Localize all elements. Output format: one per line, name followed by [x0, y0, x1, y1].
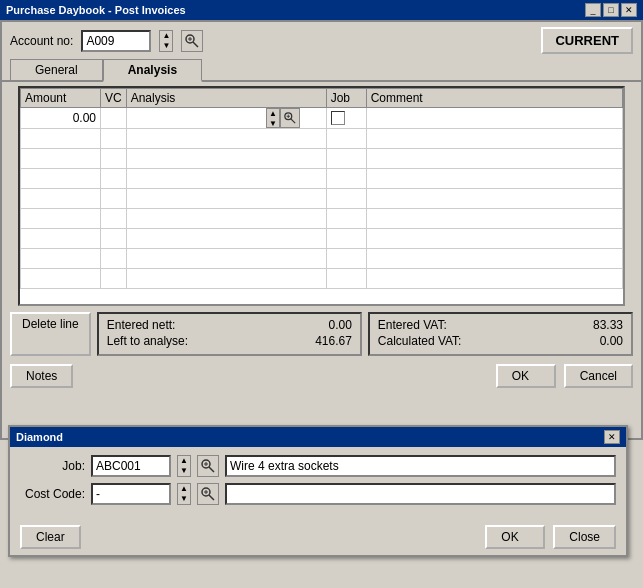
diamond-dialog-buttons: Clear OK Close: [10, 519, 626, 555]
table-row: [21, 169, 623, 189]
col-vc: VC: [101, 89, 127, 108]
analysis-field-input[interactable]: [127, 108, 266, 128]
left-to-analyse-value: 416.67: [292, 334, 352, 348]
diamond-dialog-body: Job: ▲ ▼ Cost Code: ▲ ▼: [10, 447, 626, 519]
diamond-dialog-close-icon[interactable]: ✕: [604, 430, 620, 444]
cancel-button[interactable]: Cancel: [564, 364, 633, 388]
col-comment: Comment: [366, 89, 622, 108]
stats-left: Entered nett: 0.00 Left to analyse: 416.…: [97, 312, 362, 356]
table-row: [21, 269, 623, 289]
delete-line-button[interactable]: Delete line: [10, 312, 91, 356]
entered-nett-label: Entered nett:: [107, 318, 176, 332]
table-row: [21, 149, 623, 169]
stats-section: Delete line Entered nett: 0.00 Left to a…: [2, 310, 641, 358]
entered-vat-row: Entered VAT: 83.33: [378, 318, 623, 332]
cell-amount: 0.00: [21, 108, 101, 129]
diamond-dialog-title: Diamond: [16, 431, 63, 443]
close-button[interactable]: ✕: [621, 3, 637, 17]
svg-line-5: [291, 119, 295, 123]
svg-line-13: [209, 495, 214, 500]
diamond-dialog: Diamond ✕ Job: ▲ ▼ Cost Code:: [8, 425, 628, 557]
search-icon: [201, 487, 215, 501]
tab-analysis[interactable]: Analysis: [103, 59, 202, 82]
search-icon: [284, 112, 296, 124]
account-search-button[interactable]: [181, 30, 203, 52]
account-input[interactable]: [81, 30, 151, 52]
main-window: Account no: ▲ ▼ CURRENT General Analysis: [0, 20, 643, 440]
cell-job[interactable]: [326, 108, 366, 129]
entered-nett-row: Entered nett: 0.00: [107, 318, 352, 332]
job-field-row: Job: ▲ ▼: [20, 455, 616, 477]
title-bar: Purchase Daybook - Post Invoices _ □ ✕: [0, 0, 643, 20]
left-to-analyse-row: Left to analyse: 416.67: [107, 334, 352, 348]
entered-vat-label: Entered VAT:: [378, 318, 447, 332]
table-row: [21, 129, 623, 149]
search-icon: [185, 34, 199, 48]
svg-line-9: [209, 467, 214, 472]
window-title: Purchase Daybook - Post Invoices: [6, 4, 186, 16]
maximize-button[interactable]: □: [603, 3, 619, 17]
header-row: Account no: ▲ ▼ CURRENT: [2, 22, 641, 59]
bottom-buttons: Notes OK Cancel: [2, 358, 641, 394]
cell-comment: [366, 108, 622, 129]
calculated-vat-label: Calculated VAT:: [378, 334, 462, 348]
current-button[interactable]: CURRENT: [541, 27, 633, 54]
col-job: Job: [326, 89, 366, 108]
analysis-spin[interactable]: ▲ ▼: [266, 108, 280, 128]
entered-nett-value: 0.00: [292, 318, 352, 332]
diamond-dialog-titlebar: Diamond ✕: [10, 427, 626, 447]
window-controls[interactable]: _ □ ✕: [585, 3, 637, 17]
table-row: [21, 249, 623, 269]
col-analysis: Analysis: [126, 89, 326, 108]
calculated-vat-value: 0.00: [563, 334, 623, 348]
analysis-table-container: Amount VC Analysis Job Comment 0.00: [18, 86, 625, 306]
table-row: [21, 189, 623, 209]
minimize-button[interactable]: _: [585, 3, 601, 17]
tab-bar: General Analysis: [2, 59, 641, 82]
table-wrapper: Amount VC Analysis Job Comment 0.00: [10, 86, 633, 306]
stats-right: Entered VAT: 83.33 Calculated VAT: 0.00: [368, 312, 633, 356]
analysis-table: Amount VC Analysis Job Comment 0.00: [20, 88, 623, 289]
svg-line-1: [193, 42, 198, 47]
clear-button[interactable]: Clear: [20, 525, 81, 549]
table-row: [21, 229, 623, 249]
calculated-vat-row: Calculated VAT: 0.00: [378, 334, 623, 348]
cost-code-search-button[interactable]: [197, 483, 219, 505]
job-description-input[interactable]: [225, 455, 616, 477]
left-to-analyse-label: Left to analyse:: [107, 334, 188, 348]
job-spin[interactable]: ▲ ▼: [177, 455, 191, 477]
dialog-ok-button[interactable]: OK: [485, 525, 545, 549]
table-row: 0.00 ▲ ▼: [21, 108, 623, 129]
analysis-search-button[interactable]: [280, 108, 300, 128]
col-amount: Amount: [21, 89, 101, 108]
cost-code-spin[interactable]: ▲ ▼: [177, 483, 191, 505]
table-row: [21, 209, 623, 229]
cell-analysis[interactable]: ▲ ▼: [126, 108, 326, 129]
account-spin[interactable]: ▲ ▼: [159, 30, 173, 52]
dialog-close-button[interactable]: Close: [553, 525, 616, 549]
notes-button[interactable]: Notes: [10, 364, 73, 388]
search-icon: [201, 459, 215, 473]
job-search-button[interactable]: [197, 455, 219, 477]
cost-code-label: Cost Code:: [20, 487, 85, 501]
job-checkbox[interactable]: [331, 111, 345, 125]
job-input[interactable]: [91, 455, 171, 477]
tab-general[interactable]: General: [10, 59, 103, 80]
ok-button[interactable]: OK: [496, 364, 556, 388]
account-label: Account no:: [10, 34, 73, 48]
cost-code-description-input[interactable]: [225, 483, 616, 505]
cost-code-input[interactable]: [91, 483, 171, 505]
entered-vat-value: 83.33: [563, 318, 623, 332]
cell-vc: [101, 108, 127, 129]
job-label: Job:: [20, 459, 85, 473]
cost-code-field-row: Cost Code: ▲ ▼: [20, 483, 616, 505]
